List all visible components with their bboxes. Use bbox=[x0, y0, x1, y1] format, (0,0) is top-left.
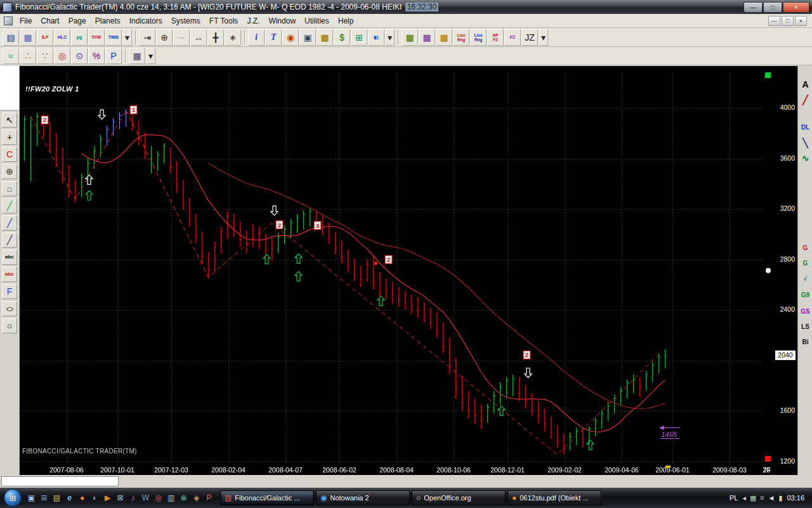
grid-add-icon[interactable]: ⊞ bbox=[351, 29, 367, 46]
jz-dropdown[interactable]: ▾ bbox=[539, 29, 548, 46]
explorer-icon[interactable]: ▤ bbox=[51, 491, 63, 505]
retracement-icon[interactable]: ∴ bbox=[20, 48, 36, 64]
dollar-icon[interactable]: $ bbox=[334, 29, 350, 46]
menu-ft-tools[interactable]: FT Tools bbox=[205, 15, 243, 27]
menu-chart[interactable]: Chart bbox=[36, 15, 63, 27]
compress-icon[interactable]: →← bbox=[173, 29, 190, 46]
expand-icon[interactable]: ↔ bbox=[190, 29, 207, 46]
package-icon[interactable]: ▦ bbox=[317, 29, 333, 46]
media-player-icon[interactable]: ◐ bbox=[89, 491, 101, 505]
ls-tool[interactable]: LS bbox=[799, 321, 811, 333]
new-chart-icon[interactable]: ▤ bbox=[3, 29, 19, 46]
text-delete-tool[interactable]: abc bbox=[2, 267, 17, 282]
ellipse-tool[interactable]: ○ bbox=[2, 301, 17, 316]
menu-utilities[interactable]: Utilities bbox=[300, 15, 334, 27]
task-notowania[interactable]: ◉Notowania 2 bbox=[316, 490, 410, 505]
pdf-icon[interactable]: P bbox=[203, 491, 215, 505]
restore-button[interactable]: □ bbox=[763, 2, 782, 13]
scroll-thumb[interactable] bbox=[766, 268, 771, 273]
trendline-navy-tool[interactable]: ╱ bbox=[2, 232, 17, 248]
wave-line-tool[interactable]: ∿ bbox=[799, 152, 811, 164]
menu-systems[interactable]: Systems bbox=[167, 15, 205, 27]
trendline-green-tool[interactable]: ╱ bbox=[2, 198, 17, 213]
g9-tool[interactable]: G9 bbox=[799, 289, 811, 302]
overlay-window3-icon[interactable]: ▦ bbox=[436, 29, 452, 46]
menu-j-z-[interactable]: J.Z. bbox=[242, 15, 264, 27]
circle-tool[interactable]: ○ bbox=[2, 318, 17, 333]
navy-line-tool[interactable]: ╲ bbox=[799, 137, 811, 149]
settings-icon[interactable]: ◈ bbox=[190, 491, 202, 505]
play-icon[interactable]: ▶ bbox=[102, 491, 114, 505]
mdi-window-icon[interactable] bbox=[4, 17, 13, 25]
overlay-window-icon[interactable]: ▦ bbox=[402, 29, 418, 46]
live-range-red-icon[interactable]: LiveRng bbox=[453, 29, 469, 46]
menu-indicators[interactable]: Indicators bbox=[125, 15, 167, 27]
dots-icon[interactable]: ∵ bbox=[37, 48, 53, 64]
live-range-blue-icon[interactable]: LiveRng bbox=[470, 29, 487, 46]
volume-icon[interactable]: ▮▯ bbox=[368, 29, 384, 46]
red-line-tool[interactable]: ╱ bbox=[799, 93, 811, 106]
planets-icon[interactable]: P bbox=[105, 48, 122, 64]
zoom-chart-icon[interactable]: ⊕ bbox=[156, 29, 173, 46]
overlay-window2-icon[interactable]: ▦ bbox=[419, 29, 435, 46]
tray-battery-icon[interactable]: ▮ bbox=[778, 494, 782, 502]
tools-dropdown[interactable]: ▾ bbox=[146, 48, 155, 64]
command-box[interactable] bbox=[1, 476, 119, 486]
g-green-tool[interactable]: G bbox=[799, 257, 811, 270]
c-indicator-tool[interactable]: C bbox=[2, 147, 17, 162]
hlc-bars-icon[interactable]: HLC bbox=[54, 29, 70, 46]
menu-page[interactable]: Page bbox=[64, 15, 91, 27]
globe-icon[interactable]: ◉ bbox=[282, 29, 299, 46]
asterisk-icon[interactable]: ∗ bbox=[225, 29, 241, 46]
andrews-tool[interactable]: A bbox=[799, 78, 811, 91]
price-chart-canvas[interactable] bbox=[20, 69, 763, 465]
cross-tool[interactable]: + bbox=[2, 130, 17, 145]
print-icon[interactable]: ▣ bbox=[299, 29, 316, 46]
scale-dropdown[interactable]: ▾ bbox=[122, 29, 132, 46]
menu-file[interactable]: File bbox=[15, 15, 36, 27]
tray-app-icon[interactable]: ▦ bbox=[750, 494, 756, 502]
zoom-tool[interactable]: ⊕ bbox=[2, 164, 17, 179]
pointer-tool[interactable]: ↖ bbox=[2, 112, 17, 128]
time-icon[interactable]: TIME bbox=[105, 29, 122, 46]
mdi-restore-button[interactable]: □ bbox=[782, 16, 794, 26]
menu-help[interactable]: Help bbox=[334, 15, 358, 27]
word-icon[interactable]: W bbox=[140, 491, 152, 505]
trendline-blue-tool[interactable]: ╱ bbox=[2, 215, 17, 231]
folder-icon[interactable]: ▥ bbox=[165, 491, 177, 505]
task-fibonacci[interactable]: ▨Fibonacci/Galactic ... bbox=[220, 490, 314, 505]
ie-icon[interactable]: e bbox=[63, 491, 75, 505]
task-pdf[interactable]: ●0612stu.pdf (Obiekt ... bbox=[508, 490, 601, 505]
cycle-5ym-icon[interactable]: 5YM bbox=[88, 29, 105, 46]
spiral-icon[interactable]: ◎ bbox=[54, 48, 70, 64]
text-icon[interactable]: T bbox=[265, 29, 282, 46]
g-red-tool[interactable]: G bbox=[799, 242, 811, 255]
bi-tool[interactable]: Bi bbox=[799, 336, 811, 349]
jz-label-icon[interactable]: JZ bbox=[521, 29, 538, 46]
pg-icon[interactable]: pg bbox=[71, 29, 88, 46]
menu-planets[interactable]: Planets bbox=[91, 15, 125, 27]
mail-icon[interactable]: ⊠ bbox=[114, 491, 126, 505]
switch-windows-icon[interactable]: ⊞ bbox=[38, 491, 50, 505]
minimize-button[interactable]: — bbox=[743, 2, 763, 13]
step-chart-icon[interactable]: ⇥ bbox=[139, 29, 155, 46]
opera-icon[interactable]: ◎ bbox=[152, 491, 164, 505]
scroll-bottom-marker[interactable] bbox=[765, 456, 771, 462]
scroll-top-marker[interactable] bbox=[765, 72, 771, 78]
move-icon[interactable]: ╋ bbox=[207, 29, 224, 46]
tray-network-icon[interactable]: ⌗ bbox=[760, 494, 764, 502]
percent-icon[interactable]: % bbox=[88, 48, 105, 64]
show-desktop-icon[interactable]: ▣ bbox=[25, 491, 37, 505]
mdi-close-button[interactable]: × bbox=[795, 16, 807, 26]
info-icon[interactable]: i bbox=[248, 29, 265, 46]
tray-expand-icon[interactable]: ◂ bbox=[742, 494, 746, 502]
wave-icon[interactable]: ≈ bbox=[3, 48, 19, 64]
network-icon[interactable]: ⊕ bbox=[178, 491, 190, 505]
gs-tool[interactable]: GS bbox=[799, 305, 811, 318]
hp-fz-icon[interactable]: HPFZ bbox=[487, 29, 504, 46]
fibonacci-tool[interactable]: F bbox=[2, 284, 17, 299]
indicator-dropdown[interactable]: ▾ bbox=[385, 29, 395, 46]
ilf-bars-icon[interactable]: ILF bbox=[37, 29, 53, 46]
home-tool[interactable]: ⌂ bbox=[2, 181, 17, 196]
dl-tool[interactable]: DL bbox=[799, 121, 811, 134]
